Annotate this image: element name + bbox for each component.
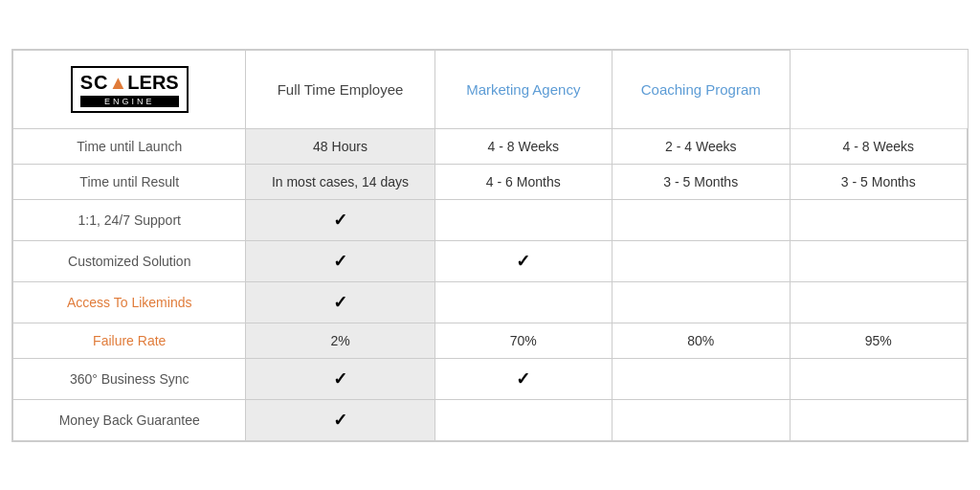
coaching-value: [790, 240, 968, 281]
scalers-value: 48 Hours: [246, 128, 434, 164]
scalers-value: ✓: [246, 358, 434, 399]
row-label: 1:1, 24/7 Support: [13, 199, 246, 240]
coaching-value: 4 - 8 Weeks: [790, 128, 968, 164]
logo-cell: SC▲LERS ENGINE: [13, 50, 246, 128]
check-icon: ✓: [333, 411, 347, 430]
table-row: Money Back Guarantee✓: [13, 399, 968, 440]
table-row: Failure Rate2%70%80%95%: [13, 323, 968, 358]
scalers-value: 2%: [246, 323, 434, 358]
header-fte: Full Time Employee: [246, 50, 434, 128]
scalers-value: ✓: [246, 199, 434, 240]
row-label: Time until Result: [13, 164, 246, 199]
table-row: Access To Likeminds✓: [13, 281, 968, 323]
coaching-value: [790, 281, 968, 323]
agency-value: [612, 281, 790, 323]
fte-value: [434, 399, 612, 440]
table-row: Customized Solution✓✓: [13, 240, 968, 281]
logo-triangle-icon: ▲: [109, 72, 128, 93]
check-icon: ✓: [333, 293, 347, 312]
check-icon: ✓: [333, 369, 347, 389]
fte-value: ✓: [434, 358, 612, 399]
scalers-value: ✓: [246, 240, 434, 281]
table-body: Time until Launch48 Hours4 - 8 Weeks2 - …: [13, 128, 968, 440]
agency-value: [612, 358, 790, 399]
agency-value: 2 - 4 Weeks: [612, 128, 790, 164]
table-header: SC▲LERS ENGINE Full Time Employee Market…: [13, 50, 968, 128]
scalers-value: In most cases, 14 days: [246, 164, 434, 199]
coaching-value: 3 - 5 Months: [790, 164, 968, 199]
table-row: Time until ResultIn most cases, 14 days4…: [13, 164, 968, 199]
coaching-value: [790, 199, 968, 240]
check-icon: ✓: [516, 252, 530, 271]
logo-engine: ENGINE: [80, 96, 179, 107]
scalers-logo: SC▲LERS ENGINE: [71, 66, 189, 113]
fte-value: ✓: [434, 240, 612, 281]
row-label: 360° Business Sync: [13, 358, 246, 399]
logo-alers: LERS: [127, 72, 178, 93]
coaching-value: [790, 358, 968, 399]
agency-value: [612, 199, 790, 240]
row-label: Access To Likeminds: [13, 281, 246, 323]
table-row: 1:1, 24/7 Support✓: [13, 199, 968, 240]
logo-sc: SC: [80, 72, 109, 93]
agency-value: 80%: [612, 323, 790, 358]
fte-value: 4 - 8 Weeks: [434, 128, 612, 164]
row-label: Failure Rate: [13, 323, 246, 358]
fte-value: 70%: [434, 323, 612, 358]
scalers-value: ✓: [246, 399, 434, 440]
fte-value: [434, 199, 612, 240]
fte-value: 4 - 6 Months: [434, 164, 612, 199]
table-row: Time until Launch48 Hours4 - 8 Weeks2 - …: [13, 128, 968, 164]
row-label: Customized Solution: [13, 240, 246, 281]
scalers-value: ✓: [246, 281, 434, 323]
agency-value: 3 - 5 Months: [612, 164, 790, 199]
coaching-value: 95%: [790, 323, 968, 358]
fte-value: [434, 281, 612, 323]
header-coaching: Coaching Program: [612, 50, 790, 128]
check-icon: ✓: [516, 369, 530, 389]
agency-value: [612, 399, 790, 440]
coaching-value: [790, 399, 968, 440]
row-label: Money Back Guarantee: [13, 399, 246, 440]
table-row: 360° Business Sync✓✓: [13, 358, 968, 399]
row-label: Time until Launch: [13, 128, 246, 164]
agency-value: [612, 240, 790, 281]
comparison-table: SC▲LERS ENGINE Full Time Employee Market…: [11, 49, 969, 442]
check-icon: ✓: [333, 211, 347, 230]
header-agency: Marketing Agency: [434, 50, 612, 128]
logo-text: SC▲LERS: [80, 72, 179, 94]
check-icon: ✓: [333, 252, 347, 271]
